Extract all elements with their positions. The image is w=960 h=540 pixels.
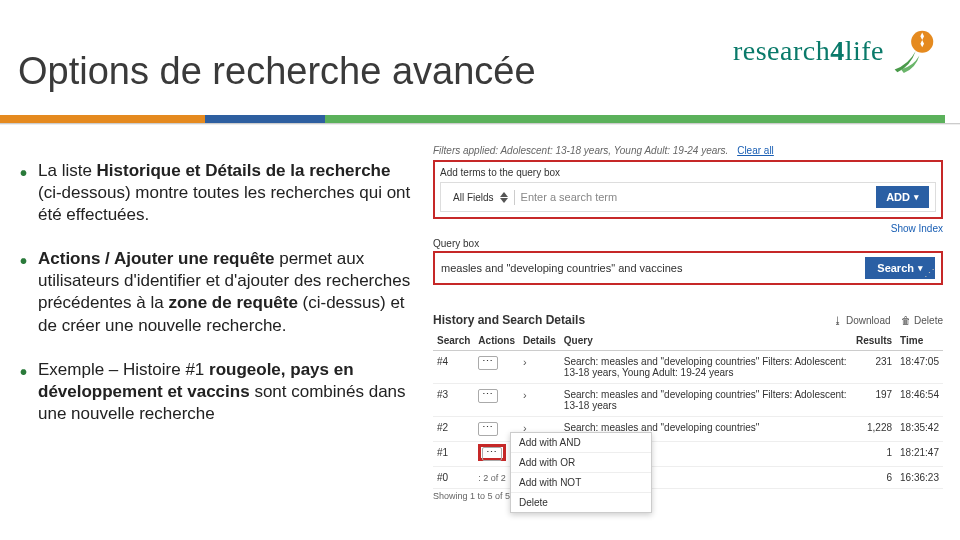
divider [0, 123, 960, 125]
query-text-input[interactable]: measles and "developing countries" and v… [441, 262, 859, 274]
bullet-list: La liste Historique et Détails de la rec… [20, 160, 415, 447]
table-row: #4 ⋯ › Search: measles and "developing c… [433, 351, 943, 384]
bullet-item: Actions / Ajouter une requête permet aux… [20, 248, 415, 358]
col-results: Results [852, 331, 896, 351]
wheat-leaf-icon [890, 28, 936, 74]
clear-all-link[interactable]: Clear all [737, 145, 774, 156]
page-title: Options de recherche avancée [18, 50, 536, 93]
history-actions: ⭳ Download 🗑 Delete [825, 315, 943, 326]
filters-applied-text: Filters applied: Adolescent: 13-18 years… [433, 145, 943, 156]
details-expand-icon[interactable]: › [523, 356, 527, 368]
actions-menu-button[interactable]: ⋯ [478, 356, 498, 370]
field-selector[interactable]: All Fields [447, 190, 515, 205]
popup-add-not[interactable]: Add with NOT [511, 473, 651, 493]
add-button[interactable]: ADD▾ [876, 186, 929, 208]
details-expand-icon[interactable]: › [523, 389, 527, 401]
query-box-label: Query box [433, 238, 943, 249]
brand-logo: research4life [733, 28, 936, 74]
col-search: Search [433, 331, 474, 351]
popup-add-or[interactable]: Add with OR [511, 453, 651, 473]
actions-popup: Add with AND Add with OR Add with NOT De… [510, 432, 652, 513]
popup-delete[interactable]: Delete [511, 493, 651, 512]
accent-bar-blue [205, 115, 325, 123]
search-term-input[interactable]: Enter a search term [521, 191, 871, 203]
download-link[interactable]: ⭳ Download [833, 315, 890, 326]
actions-menu-button-highlighted[interactable]: ⋯ [478, 444, 506, 461]
col-details: Details [519, 331, 560, 351]
history-title: History and Search Details [433, 313, 585, 327]
bullet-item: La liste Historique et Détails de la rec… [20, 160, 415, 248]
actions-menu-button[interactable]: ⋯ [478, 389, 498, 403]
logo-text: research4life [733, 35, 884, 67]
page-indicator: : 2 of 2 [478, 473, 506, 483]
query-box-highlight: measles and "developing countries" and v… [433, 251, 943, 285]
resize-icon[interactable]: ⋰ [924, 267, 935, 280]
table-row: #3 ⋯ › Search: measles and "developing c… [433, 384, 943, 417]
col-time: Time [896, 331, 943, 351]
col-query: Query [560, 331, 852, 351]
col-actions: Actions [474, 331, 519, 351]
actions-menu-button[interactable]: ⋯ [478, 422, 498, 436]
delete-link[interactable]: 🗑 Delete [901, 315, 943, 326]
accent-bar-orange [0, 115, 205, 123]
popup-add-and[interactable]: Add with AND [511, 433, 651, 453]
add-terms-highlight: Add terms to the query box All Fields En… [433, 160, 943, 219]
bullet-item: Exemple – Histoire #1 rougeole, pays en … [20, 359, 415, 447]
accent-bar-green [325, 115, 945, 123]
add-terms-label: Add terms to the query box [440, 167, 936, 178]
show-index-link[interactable]: Show Index [433, 223, 943, 234]
